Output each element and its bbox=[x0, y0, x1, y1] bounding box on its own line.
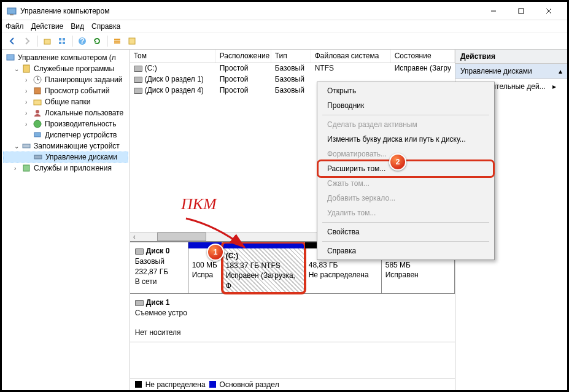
svg-rect-28 bbox=[34, 155, 42, 159]
drive-icon bbox=[134, 88, 142, 94]
svg-rect-17 bbox=[7, 55, 14, 60]
disk-1-label[interactable]: Диск 1 Съемное устроНет носителя bbox=[130, 294, 455, 342]
legend-swatch-primary bbox=[209, 381, 216, 388]
view-toggle-button[interactable] bbox=[55, 34, 69, 48]
svg-rect-15 bbox=[114, 42, 120, 44]
svg-rect-13 bbox=[114, 39, 120, 40]
svg-rect-29 bbox=[23, 165, 29, 171]
menubar: Файл Действие Вид Справка bbox=[2, 20, 567, 33]
ctx-open[interactable]: Открыть bbox=[319, 83, 493, 98]
menu-file[interactable]: Файл bbox=[6, 22, 24, 31]
disk-1-row: Диск 1 Съемное устроНет носителя bbox=[130, 294, 455, 342]
ctx-delete-volume: Удалить том... bbox=[319, 206, 493, 220]
svg-rect-14 bbox=[114, 40, 120, 42]
ctx-add-mirror: Добавить зеркало... bbox=[319, 191, 493, 206]
svg-point-24 bbox=[36, 110, 39, 113]
svg-point-25 bbox=[34, 120, 41, 128]
actions-diskmgmt[interactable]: Управление дисками▴ bbox=[455, 64, 567, 79]
col-type[interactable]: Тип bbox=[271, 50, 311, 63]
annotation-pkm-label: ПКМ bbox=[181, 195, 217, 213]
disk-graphic-area: Диск 0 Базовый232,87 ГБВ сети 100 МБИспр… bbox=[130, 242, 455, 378]
volume-row[interactable]: (C:) ПростойБазовыйNTFSИсправен (Загру bbox=[130, 63, 455, 74]
ctx-shrink-volume: Сжать том... bbox=[319, 176, 493, 191]
col-volume[interactable]: Том bbox=[130, 50, 216, 63]
svg-rect-1 bbox=[10, 14, 14, 15]
ctx-change-letter[interactable]: Изменить букву диска или путь к диску... bbox=[319, 132, 493, 147]
svg-rect-8 bbox=[63, 38, 65, 40]
tree-storage-group[interactable]: ⌄Запоминающие устройст bbox=[3, 140, 128, 152]
svg-rect-26 bbox=[34, 133, 41, 137]
disk-icon bbox=[135, 248, 144, 255]
tree-apps[interactable]: ›Службы и приложения bbox=[3, 163, 128, 174]
list-button[interactable] bbox=[110, 34, 124, 48]
actions-header: Действия bbox=[455, 50, 567, 64]
minimize-button[interactable] bbox=[479, 2, 507, 20]
back-button[interactable] bbox=[6, 34, 19, 48]
col-layout[interactable]: Расположение bbox=[216, 50, 271, 63]
volume-header[interactable]: Том Расположение Тип Файловая система Со… bbox=[130, 50, 455, 63]
svg-rect-16 bbox=[129, 38, 135, 44]
help-button[interactable]: ? bbox=[75, 34, 89, 48]
menu-action[interactable]: Действие bbox=[31, 22, 64, 31]
menu-help[interactable]: Справка bbox=[91, 22, 120, 31]
drive-icon bbox=[134, 66, 142, 72]
titlebar: Управление компьютером bbox=[2, 2, 567, 20]
menu-view[interactable]: Вид bbox=[71, 22, 84, 31]
refresh-button[interactable] bbox=[90, 34, 104, 48]
toolbar: ? bbox=[2, 33, 567, 50]
chevron-right-icon: ▸ bbox=[552, 82, 556, 91]
close-button[interactable] bbox=[535, 2, 562, 20]
svg-rect-6 bbox=[44, 39, 50, 44]
svg-rect-0 bbox=[7, 8, 16, 14]
app-icon bbox=[7, 6, 17, 16]
tree-sharedfolders[interactable]: ›Общие папки bbox=[3, 96, 128, 107]
legend-swatch-unallocated bbox=[135, 381, 142, 388]
svg-rect-7 bbox=[59, 38, 61, 40]
disk-icon bbox=[135, 300, 144, 306]
legend: Не распределена Основной раздел bbox=[130, 378, 455, 390]
context-menu: Открыть Проводник Сделать раздел активны… bbox=[317, 82, 495, 260]
svg-rect-3 bbox=[519, 9, 524, 13]
tree-root[interactable]: Управление компьютером (л bbox=[3, 52, 128, 63]
svg-rect-23 bbox=[34, 100, 41, 105]
tree-scheduler[interactable]: ›Планировщик заданий bbox=[3, 74, 128, 85]
tree-localusers[interactable]: ›Локальные пользовате bbox=[3, 107, 128, 118]
svg-rect-10 bbox=[63, 42, 65, 44]
annotation-badge-2: 2 bbox=[389, 153, 406, 171]
annotation-badge-1: 1 bbox=[207, 244, 224, 261]
ctx-explorer[interactable]: Проводник bbox=[319, 98, 493, 113]
detail-button[interactable] bbox=[125, 34, 139, 48]
tree-diskmgmt[interactable]: Управление дисками bbox=[3, 152, 128, 163]
ctx-make-active: Сделать раздел активным bbox=[319, 117, 493, 132]
ctx-help[interactable]: Справка bbox=[319, 244, 493, 258]
svg-rect-18 bbox=[23, 65, 29, 72]
maximize-button[interactable] bbox=[507, 2, 535, 20]
tree-services-group[interactable]: ⌄Служебные программы bbox=[3, 63, 128, 74]
tree-devicemgr[interactable]: Диспетчер устройств bbox=[3, 129, 128, 140]
svg-rect-22 bbox=[34, 88, 41, 94]
up-button[interactable] bbox=[41, 34, 54, 48]
svg-rect-9 bbox=[59, 42, 61, 44]
tree-eventviewer[interactable]: ›Просмотр событий bbox=[3, 85, 128, 96]
col-status[interactable]: Состояние bbox=[391, 50, 455, 63]
tree-performance[interactable]: ›Производительность bbox=[3, 118, 128, 129]
svg-text:?: ? bbox=[80, 37, 84, 45]
col-filesystem[interactable]: Файловая система bbox=[311, 50, 391, 63]
collapse-icon: ▴ bbox=[559, 67, 562, 75]
nav-tree[interactable]: Управление компьютером (л ⌄Служебные про… bbox=[2, 50, 130, 390]
forward-button[interactable] bbox=[20, 34, 34, 48]
drive-icon bbox=[134, 77, 142, 83]
svg-rect-27 bbox=[23, 144, 30, 148]
ctx-properties[interactable]: Свойства bbox=[319, 225, 493, 239]
window-title: Управление компьютером bbox=[20, 7, 479, 15]
